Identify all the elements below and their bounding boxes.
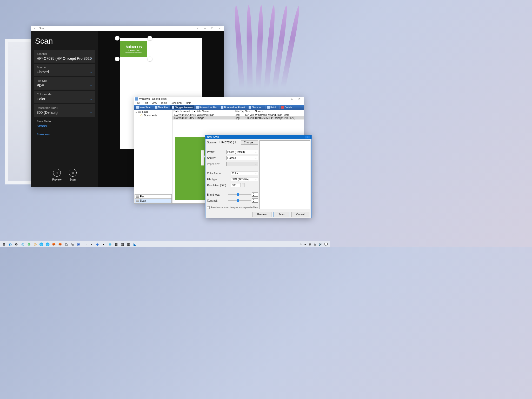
firefox-icon[interactable]: 🦊 <box>51 242 57 247</box>
scanner-select[interactable]: Scanner HP4C7695 (HP Officejet Pro 8620 … <box>34 50 95 63</box>
source-select[interactable]: Flatbed⌄ <box>226 156 258 160</box>
brightness-input[interactable] <box>252 192 258 197</box>
colormode-select[interactable]: Color mode Color ⌄ <box>34 91 95 103</box>
crop-handle-bl[interactable] <box>115 57 119 61</box>
minimize-button[interactable]: — <box>201 27 209 30</box>
new-scan-button[interactable]: New Scan <box>135 105 153 109</box>
list-row[interactable]: 10/22/2020 2:33:15 PM Welcome Scan .jpg … <box>172 113 304 116</box>
menu-view[interactable]: View <box>151 102 157 104</box>
contrast-slider[interactable] <box>228 198 251 203</box>
hamburger-icon[interactable]: ≡ <box>32 27 37 30</box>
app-icon[interactable]: ◆ <box>95 242 100 247</box>
filetype-select[interactable]: JPG (JPG File)⌄ <box>231 177 258 181</box>
maximize-button[interactable]: ☐ <box>288 97 296 100</box>
menu-document[interactable]: Document <box>170 102 182 104</box>
separate-files-checkbox[interactable]: Preview or scan images as separate files <box>207 206 258 209</box>
edge-icon[interactable]: ◎ <box>20 242 25 247</box>
scan-button[interactable]: ⦿ Scan <box>69 169 77 181</box>
menu-file[interactable]: File <box>136 102 140 104</box>
col-source[interactable]: Source <box>254 110 304 113</box>
filetype-select[interactable]: File type PDF ⌄ <box>34 77 95 90</box>
menu-edit[interactable]: Edit <box>143 102 148 104</box>
edge-dev-icon[interactable]: ◎ <box>26 242 32 247</box>
dialog-titlebar[interactable]: New Scan ✕ <box>205 135 311 139</box>
edge-canary-icon[interactable]: ◎ <box>32 242 38 247</box>
source-select[interactable]: Source Flatbed ⌄ <box>34 64 95 76</box>
forward-email-button[interactable]: Forward as E-mail <box>219 105 247 109</box>
menu-tools[interactable]: Tools <box>161 102 167 104</box>
crop-handle-br[interactable] <box>148 57 152 61</box>
powershell-icon[interactable]: ▣ <box>76 242 82 247</box>
scanner-icon <box>136 106 139 109</box>
scan-titlebar[interactable]: ≡ Scan ⤢ — ☐ ✕ <box>31 26 224 31</box>
col-size[interactable]: Size <box>244 110 254 113</box>
forward-fax-button[interactable]: Forward as Fax <box>195 105 219 109</box>
new-fax-button[interactable]: New Fax <box>153 105 170 109</box>
brightness-slider[interactable] <box>228 192 251 197</box>
col-filename[interactable]: File Name <box>196 110 234 113</box>
cortana-icon[interactable]: ◐ <box>7 242 13 247</box>
col-filetype[interactable]: File Type <box>234 110 244 113</box>
toggle-preview-button[interactable]: Toggle Preview <box>170 105 195 109</box>
minimize-button[interactable]: — <box>281 97 288 100</box>
resolution-input[interactable] <box>231 183 241 187</box>
security-icon[interactable]: ⛨ <box>309 243 311 246</box>
chrome-icon[interactable]: 🌐 <box>38 242 44 247</box>
tab-fax[interactable]: Fax <box>135 194 172 199</box>
scan-button[interactable]: Scan <box>274 212 289 217</box>
profile-select[interactable]: Photo (Default)⌄ <box>226 150 258 154</box>
close-button[interactable]: ✕ <box>216 27 223 30</box>
tab-scan[interactable]: Scan <box>135 198 172 203</box>
menu-help[interactable]: Help <box>186 102 191 104</box>
app-icon-3[interactable]: ▦ <box>119 242 125 247</box>
save-to-link[interactable]: Save file to Scans <box>34 118 95 130</box>
resolution-spinner[interactable]: ▲▼ <box>242 183 244 187</box>
crop-handle-tl[interactable] <box>115 36 119 41</box>
chevron-down-icon: ⌄ <box>90 84 92 87</box>
app-icon-4[interactable]: ▦ <box>126 242 131 247</box>
print-button[interactable]: Print... <box>265 105 280 109</box>
tray-caret-icon[interactable]: ^ <box>300 243 302 246</box>
col-date[interactable]: Date Scanned <box>172 110 193 113</box>
system-tray: ^ ☁ ⛨ 🖧 🔊 💬 <box>300 243 329 246</box>
show-less-link[interactable]: Show less <box>34 131 95 137</box>
change-scanner-button[interactable]: Change... <box>241 140 258 145</box>
tree-node-scan[interactable]: ⌄Scan <box>135 110 172 114</box>
list-row-selected[interactable]: 10/27/2020 1:34:21 PM Image .jpg 176.2 K… <box>172 116 304 119</box>
close-button[interactable]: ✕ <box>305 136 310 138</box>
skype-icon[interactable]: ◉ <box>107 242 113 247</box>
store-icon[interactable]: 🛍 <box>70 242 75 247</box>
cmd-icon[interactable]: ▪ <box>101 242 107 247</box>
folder-icon: 🗀 <box>140 114 143 117</box>
firefox-dev-icon[interactable]: 🦊 <box>57 242 63 247</box>
start-button[interactable]: ⊞ <box>1 242 7 247</box>
save-as-button[interactable]: Save as... <box>247 105 265 109</box>
resolution-select[interactable]: Resolution (DPI) 300 (Default) ⌄ <box>34 104 95 117</box>
expand-icon[interactable]: ⤢ <box>194 27 201 30</box>
chrome-canary-icon[interactable]: 🌐 <box>45 242 50 247</box>
onedrive-icon[interactable]: ☁ <box>304 243 307 246</box>
file-explorer-icon[interactable]: 🗀 <box>63 242 69 247</box>
settings-icon[interactable]: ⚙ <box>14 242 19 247</box>
app-icon-5[interactable]: ◣ <box>132 242 138 247</box>
colorformat-select[interactable]: Color⌄ <box>231 171 258 175</box>
app-icon-2[interactable]: ▦ <box>113 242 119 247</box>
contrast-input[interactable] <box>252 198 258 203</box>
crop-selection[interactable]: huluPLUS 1 Month Free www.huluplus.com/X… <box>117 38 150 59</box>
volume-icon[interactable]: 🔊 <box>318 243 322 246</box>
delete-icon <box>281 106 284 109</box>
action-center-icon[interactable]: 💬 <box>324 243 328 246</box>
cancel-button[interactable]: Cancel <box>291 212 309 217</box>
crop-handle-tr[interactable] <box>148 36 152 41</box>
terminal-icon[interactable]: ▪ <box>88 242 94 247</box>
maximize-button[interactable]: ☐ <box>209 27 216 30</box>
delete-button[interactable]: Delete <box>280 105 294 109</box>
network-icon[interactable]: 🖧 <box>314 243 316 246</box>
tree-node-documents[interactable]: 🗀Documents <box>135 114 172 117</box>
preview-button[interactable]: Preview <box>252 212 271 217</box>
fax-titlebar[interactable]: Windows Fax and Scan — ☐ ✕ <box>134 97 304 101</box>
preview-button[interactable]: ◌ Preview <box>52 169 62 181</box>
sort-arrow-icon[interactable]: ▾ <box>193 110 196 113</box>
close-button[interactable]: ✕ <box>296 97 303 100</box>
taskview-icon[interactable]: ▭ <box>82 242 88 247</box>
